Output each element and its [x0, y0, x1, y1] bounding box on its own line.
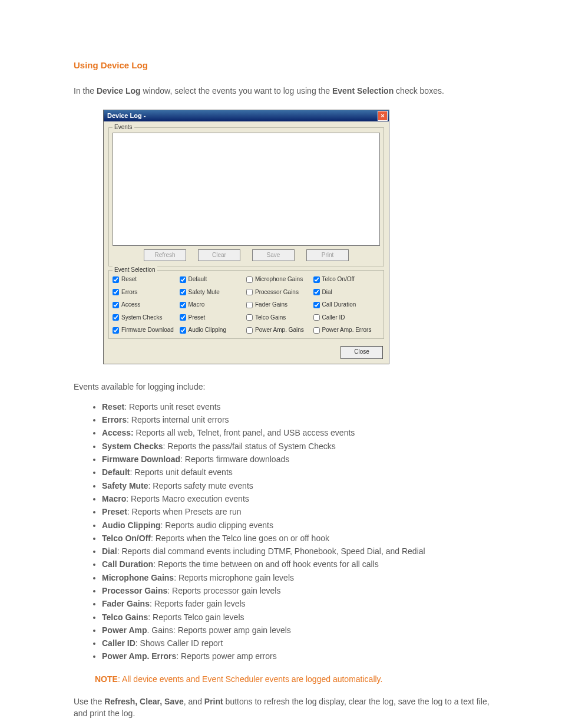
event-list-item: Safety Mute: Reports safety mute events [102, 480, 494, 492]
event-list-item: Macro: Reports Macro execution events [102, 493, 494, 505]
event-label: Power Amp. Errors [102, 651, 176, 661]
event-label: Power Amp [102, 625, 147, 635]
group-legend: Event Selection [113, 266, 157, 275]
event-label: Caller ID [102, 638, 135, 648]
bold-text: Device Log [97, 86, 141, 95]
event-desc: : Reports unit reset events [124, 402, 220, 411]
checkbox-label: Audio Clipping [189, 326, 227, 335]
event-desc: Reports all web, Telnet, front panel, an… [134, 428, 355, 437]
event-desc: : Reports Macro execution events [126, 494, 249, 503]
checkbox-label: Processor Gains [255, 288, 299, 297]
checkbox-input[interactable] [246, 276, 253, 283]
checkbox-label: Telco On/Off [322, 275, 355, 284]
checkbox-input[interactable] [246, 302, 253, 308]
checkbox-input[interactable] [180, 289, 186, 295]
checkbox-input[interactable] [113, 314, 119, 321]
checkbox-input[interactable] [113, 327, 119, 334]
power-amp-gains-checkbox[interactable]: Power Amp. Gains [246, 326, 313, 335]
safety-mute-checkbox[interactable]: Safety Mute [180, 288, 247, 297]
checkbox-input[interactable] [180, 327, 186, 334]
event-list-item: Preset: Reports when Presets are run [102, 506, 494, 518]
checkbox-input[interactable] [313, 289, 320, 295]
checkbox-input[interactable] [180, 276, 186, 283]
window-title: Device Log - [107, 111, 146, 121]
checkbox-input[interactable] [246, 327, 253, 334]
checkbox-input[interactable] [313, 302, 320, 308]
checkbox-label: Caller ID [322, 314, 345, 322]
print-button[interactable]: Print [306, 249, 349, 261]
refresh-button[interactable]: Refresh [144, 249, 186, 261]
event-desc: : Reports fader gain levels [150, 599, 246, 608]
intro-paragraph: In the Device Log window, select the eve… [74, 85, 494, 97]
event-desc: : Reports when the Telco line goes on or… [151, 533, 329, 543]
checkbox-input[interactable] [313, 314, 320, 321]
dial-checkbox[interactable]: Dial [313, 288, 381, 297]
telco-gains-checkbox[interactable]: Telco Gains [246, 314, 313, 322]
default-checkbox[interactable]: Default [180, 275, 247, 284]
checkbox-input[interactable] [113, 302, 119, 308]
errors-checkbox[interactable]: Errors [113, 288, 180, 297]
bold-text: Event Selection [332, 86, 394, 95]
event-label: Fader Gains [102, 599, 150, 608]
event-desc: : Reports power amp errors [176, 651, 276, 661]
call-duration-checkbox[interactable]: Call Duration [313, 301, 381, 309]
event-label: Safety Mute [102, 481, 148, 490]
checkbox-label: Safety Mute [189, 288, 220, 297]
firmware-download-checkbox[interactable]: Firmware Download [113, 326, 180, 335]
checkbox-input[interactable] [180, 314, 186, 321]
bold-text: Refresh, Clear, Save [104, 697, 184, 706]
text: Use the [74, 697, 104, 706]
close-button[interactable]: Close [340, 346, 383, 359]
macro-checkbox[interactable]: Macro [180, 301, 247, 309]
telco-onoff-checkbox[interactable]: Telco On/Off [313, 275, 381, 284]
microphone-gains-checkbox[interactable]: Microphone Gains [246, 275, 313, 284]
final-paragraph: Use the Refresh, Clear, Save, and Print … [74, 696, 494, 720]
event-label: Microphone Gains [102, 573, 174, 582]
event-label: Errors [102, 415, 127, 424]
checkbox-input[interactable] [246, 289, 253, 295]
caller-id-checkbox[interactable]: Caller ID [313, 314, 381, 322]
checkbox-input[interactable] [180, 302, 186, 308]
event-selection-group: Event Selection Reset Default Microphone… [108, 270, 384, 339]
preset-checkbox[interactable]: Preset [180, 314, 247, 322]
fader-gains-checkbox[interactable]: Fader Gains [246, 301, 313, 309]
checkbox-input[interactable] [313, 276, 320, 283]
events-log-textarea[interactable] [113, 133, 380, 246]
clear-button[interactable]: Clear [198, 249, 240, 261]
event-list-item: System Checks: Reports the pass/fail sta… [102, 440, 494, 452]
event-desc: : Reports microphone gain levels [174, 573, 294, 582]
checkbox-label: Default [189, 275, 207, 284]
window-titlebar: Device Log - × [104, 110, 389, 121]
power-amp-errors-checkbox[interactable]: Power Amp. Errors [313, 326, 381, 335]
event-list-item: Audio Clipping: Reports audio clipping e… [102, 519, 494, 531]
event-desc: : Reports unit default events [130, 467, 232, 477]
events-available-label: Events available for logging include: [74, 381, 494, 393]
text: window, select the events you want to lo… [141, 86, 332, 95]
checkbox-input[interactable] [313, 327, 320, 334]
checkbox-label: Access [121, 301, 140, 309]
note-label: NOTE [95, 674, 118, 684]
event-list-item: Telco On/Off: Reports when the Telco lin… [102, 532, 494, 544]
event-label: Call Duration [102, 559, 153, 569]
system-checks-checkbox[interactable]: System Checks [113, 314, 180, 322]
checkbox-input[interactable] [246, 314, 253, 321]
event-desc: : Reports the time between on and off ho… [153, 559, 379, 569]
checkbox-label: System Checks [121, 314, 162, 322]
save-button[interactable]: Save [252, 249, 295, 261]
event-list-item: Errors: Reports internal unit errors [102, 414, 494, 426]
event-label: Audio Clipping [102, 521, 161, 530]
checkbox-input[interactable] [113, 289, 119, 295]
event-label: Default [102, 467, 130, 477]
processor-gains-checkbox[interactable]: Processor Gains [246, 288, 313, 297]
window-close-button[interactable]: × [378, 111, 388, 121]
event-desc: : Reports firmware downloads [180, 454, 289, 464]
reset-checkbox[interactable]: Reset [113, 275, 180, 284]
access-checkbox[interactable]: Access [113, 301, 180, 309]
event-label: Firmware Download [102, 454, 180, 464]
text: In the [74, 86, 97, 95]
audio-clipping-checkbox[interactable]: Audio Clipping [180, 326, 247, 335]
checkbox-label: Reset [121, 275, 137, 284]
events-group: Events Refresh Clear Save Print [108, 127, 384, 266]
event-desc: . Gains: Reports power amp gain levels [147, 625, 291, 635]
checkbox-input[interactable] [113, 276, 119, 283]
